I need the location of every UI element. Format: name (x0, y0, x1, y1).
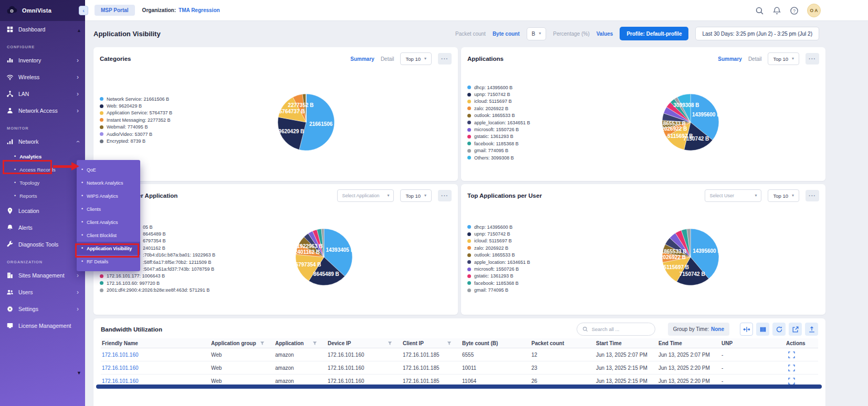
column-header-application[interactable]: Application (274, 340, 327, 346)
top-n-dropdown[interactable]: Top 10▾ (400, 189, 432, 202)
select-user-dropdown[interactable]: Select User▾ (705, 189, 761, 202)
search-icon[interactable] (755, 6, 764, 15)
more-options-button[interactable]: ··· (438, 190, 452, 201)
table-columns-icon[interactable] (756, 323, 769, 336)
nav-scroll-up-icon[interactable]: ▲ (77, 28, 81, 33)
legend-item[interactable]: facebook: 1185368 B (467, 140, 530, 147)
tab-detail[interactable]: Detail (381, 56, 394, 62)
applications-pie-chart[interactable]: 14395600 B7150742 B5115697 B2026922 B186… (646, 83, 735, 162)
legend-item[interactable]: gstatic: 1361293 B (467, 273, 530, 280)
legend-item[interactable]: Encrypted: 8739 B (100, 137, 172, 144)
date-range-button[interactable]: Last 30 Days: 3:25 pm (Jun 2) - 3:25 pm … (695, 27, 819, 40)
flyout-item-application-visibility[interactable]: •Application Visibility (77, 242, 140, 255)
sidebar-item-lan[interactable]: LAN› (0, 86, 85, 102)
expand-row-icon[interactable] (788, 351, 795, 358)
legend-item[interactable]: Web: 9620429 B (100, 102, 172, 109)
help-icon[interactable]: ? (790, 6, 799, 15)
sidebar-item-dashboard[interactable]: Dashboard (0, 21, 85, 38)
refresh-icon[interactable] (772, 323, 786, 336)
values-toggle[interactable]: Values (597, 31, 613, 37)
horizontal-scrollbar[interactable] (96, 384, 822, 389)
legend-item[interactable]: facebook: 1185368 B (467, 280, 530, 286)
select-application-dropdown[interactable]: Select Application▾ (337, 189, 394, 202)
column-header-actions[interactable]: Actions (785, 340, 818, 346)
sidebar-subitem-topology[interactable]: •Topology (0, 176, 85, 189)
export-icon[interactable] (789, 323, 802, 336)
legend-item[interactable]: gmail: 774095 B (467, 147, 530, 154)
sidebar-item-alerts[interactable]: Alerts (0, 219, 85, 236)
column-header-packet-count[interactable]: Packet count (530, 340, 595, 346)
fit-columns-icon[interactable] (740, 323, 753, 336)
legend-item[interactable]: icloud: 5115697 B (467, 98, 530, 105)
legend-item[interactable]: microsoft: 1550726 B (467, 126, 530, 133)
msp-portal-button[interactable]: MSP Portal (95, 5, 135, 16)
sidebar-item-diagnostic-tools[interactable]: Diagnostic Tools› (0, 236, 85, 253)
flyout-item-clients[interactable]: •Clients (77, 202, 140, 216)
column-header-end-time[interactable]: End Time (657, 340, 720, 346)
notifications-bell-icon[interactable] (772, 6, 781, 15)
legend-item[interactable]: Instant Messaging: 2277352 B (100, 116, 172, 123)
sidebar-item-inventory[interactable]: Inventory› (0, 52, 85, 69)
legend-item[interactable]: upnp: 7150742 B (467, 230, 530, 237)
filter-icon[interactable] (447, 341, 452, 346)
column-header-unp[interactable]: UNP (720, 340, 785, 346)
byte-count-toggle[interactable]: Byte count (493, 31, 520, 37)
top-n-dropdown[interactable]: Top 10▾ (400, 52, 432, 65)
nav-scroll-down-icon[interactable]: ▼ (77, 371, 81, 376)
organization-value[interactable]: TMA Regression (179, 7, 220, 13)
column-header-friendly-name[interactable]: Friendly Name (101, 340, 210, 346)
column-header-start-time[interactable]: Start Time (595, 340, 657, 346)
legend-item[interactable]: 172.16.101.177: 1006643 B (100, 273, 215, 280)
more-options-button[interactable]: ··· (438, 53, 452, 65)
expand-row-icon[interactable] (788, 378, 795, 384)
legend-item[interactable]: Webmail: 774095 B (100, 124, 172, 131)
more-options-button[interactable]: ··· (806, 53, 819, 65)
legend-item[interactable]: 172.16.103.60: 997720 B (100, 280, 215, 286)
flyout-item-rf-details[interactable]: •RF Details (77, 255, 140, 268)
sidebar-subitem-analytics[interactable]: •Analytics (0, 150, 85, 163)
tab-summary[interactable]: Summary (718, 56, 742, 62)
flyout-item-client-blocklist[interactable]: •Client Blocklist (77, 229, 140, 242)
sidebar-item-location[interactable]: Location› (0, 202, 85, 219)
legend-item[interactable]: outlook: 1865533 B (467, 112, 530, 119)
legend-item[interactable]: zalo: 2026922 B (467, 244, 530, 251)
legend-item[interactable]: Network Service: 21661506 B (100, 95, 172, 102)
column-header-application-group[interactable]: Application group (210, 340, 274, 346)
legend-item[interactable]: dhcp: 14395600 B (467, 223, 530, 230)
legend-item[interactable]: Audio/Video: 53077 B (100, 131, 172, 137)
packet-count-toggle[interactable]: Packet count (455, 31, 486, 37)
flyout-item-client-analytics[interactable]: •Client Analytics (77, 216, 140, 229)
categories-pie-chart[interactable]: 21661506 B9620429 B5764737 B2277352 B (262, 83, 351, 162)
column-header-byte-count-b-[interactable]: Byte count (B) (461, 340, 530, 346)
top-clients-pie-chart[interactable]: 14393405 B8645489 B6797354 B2401162 B192… (279, 218, 369, 296)
top-n-dropdown[interactable]: Top 10▾ (768, 189, 799, 202)
expand-row-icon[interactable] (788, 365, 795, 371)
legend-item[interactable]: Application Service: 5764737 B (100, 110, 172, 116)
tab-detail[interactable]: Detail (748, 56, 762, 62)
flyout-item-network-analytics[interactable]: •Network Analytics (77, 176, 140, 189)
search-input[interactable]: Search all ... (577, 323, 655, 336)
top-n-dropdown[interactable]: Top 10▾ (768, 52, 799, 65)
sidebar-item-network-access[interactable]: Network Access› (0, 102, 85, 119)
legend-item[interactable]: gstatic: 1361293 B (467, 133, 530, 140)
sidebar-item-network[interactable]: Network› (0, 133, 85, 150)
user-avatar[interactable]: O A (807, 4, 821, 17)
legend-item[interactable]: apple_location: 1634651 B (467, 119, 530, 126)
legend-item[interactable]: gmail: 774095 B (467, 287, 530, 294)
friendly-name-link[interactable]: 172.16.101.160 (101, 378, 210, 384)
sidebar-item-wireless[interactable]: Wireless› (0, 69, 85, 86)
legend-item[interactable]: 2001:df4:2900:4:2026:b28e:ee8f:463d: 571… (100, 287, 215, 294)
legend-item[interactable]: outlook: 1865533 B (467, 252, 530, 259)
legend-item[interactable]: icloud: 5115697 B (467, 238, 530, 244)
column-header-client-ip[interactable]: Client IP (402, 340, 461, 346)
sidebar-subitem-access-records[interactable]: •Access Records (0, 163, 85, 176)
tab-summary[interactable]: Summary (350, 56, 374, 62)
filter-icon[interactable] (388, 341, 392, 346)
flyout-item-wips-analytics[interactable]: •WIPS Analytics (77, 189, 140, 202)
legend-item[interactable]: zalo: 2026922 B (467, 105, 530, 112)
filter-icon[interactable] (260, 341, 265, 346)
sidebar-collapse-button[interactable]: ‹ (79, 6, 88, 15)
filter-icon[interactable] (312, 341, 317, 346)
top-users-pie-chart[interactable]: 14395600 B7150742 B5115697 B2026922 B186… (646, 218, 735, 296)
legend-item[interactable]: microsoft: 1550726 B (467, 265, 530, 272)
